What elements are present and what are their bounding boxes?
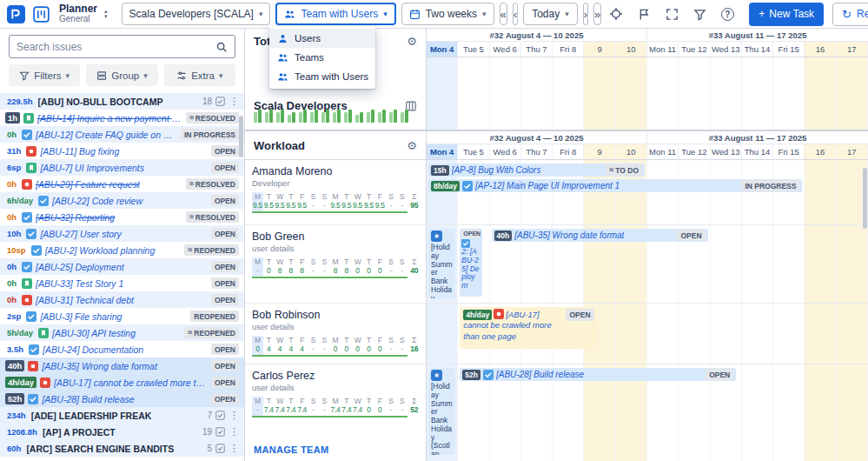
day-letter: F (374, 397, 386, 405)
task-bar[interactable]: 8h/day[AP-12] Main Page UI Improvement 1… (428, 179, 802, 192)
status-badge: OPEN (211, 162, 239, 173)
manage-team-link[interactable]: MANAGE TEAM (245, 438, 426, 461)
menu-item[interactable]: Users (269, 29, 375, 48)
flag-icon[interactable] (634, 4, 653, 23)
issue-row[interactable]: 52h[ABU-28] Build releaseOPEN (0, 391, 244, 407)
nav-first-button[interactable]: « (500, 3, 507, 25)
switcher-chevrons-icon[interactable]: ▴▾ (104, 9, 108, 18)
issue-row[interactable]: 6sp[ABU-7] UI ImprovementsOPEN (0, 159, 244, 176)
day-letter: T (341, 192, 352, 201)
issue-row[interactable]: 6h/day[ABU-22] Code reviewOPEN (0, 192, 244, 209)
project-row-abu[interactable]: 229.5h[ABU] NO-BULL BOOTCAMP18⋮ (0, 93, 244, 110)
kebab-menu-icon[interactable]: ⋮ (229, 443, 239, 454)
kebab-menu-icon[interactable]: ⋮ (229, 96, 239, 107)
menu-item-label: Teams (295, 52, 324, 63)
new-task-button[interactable]: + New Task (749, 3, 824, 26)
issue-row[interactable]: 2sp[ABU-3] File sharingREOPENED (0, 308, 244, 324)
issue-row[interactable]: 0h[ABU-31] Technical debtOPEN (0, 291, 244, 308)
issue-label: [ABU-25] Deployment (36, 262, 208, 272)
day-letter: F (296, 257, 308, 266)
sidebar-button-filters[interactable]: Filters▾ (9, 64, 80, 86)
workload-value: 7.4 (275, 405, 286, 418)
workload-values: -0888--88000--40 (252, 266, 419, 278)
schedule-row: ★[Holiday Summer Bank Holiday (ScotlanOP… (427, 225, 868, 304)
member-role[interactable]: Developer (252, 178, 419, 188)
project-row[interactable]: 234h[ADE] LEADERSHIP FREAK7⋮ (0, 407, 244, 424)
issue-row[interactable]: 10sp[ABU-2] Workload planning≈REOPENED (0, 242, 244, 258)
main-scrollbar[interactable] (863, 168, 867, 229)
workload-value: 0 (374, 405, 386, 418)
task-type-icon (22, 212, 32, 223)
team-member[interactable]: Bob Robinsonuser detailsMTWTFSSMTWTFSSΣ0… (245, 304, 426, 364)
project-selector[interactable]: Scala Developers [SCALA] ▾ (122, 3, 271, 25)
filter-icon[interactable] (690, 4, 709, 23)
help-icon[interactable]: ? (718, 4, 737, 23)
gear-icon[interactable]: ⚙ (407, 35, 417, 48)
issue-row[interactable]: 10h[ABU-27] User storyOPEN (0, 225, 244, 242)
sidebar-button-extra[interactable]: Extra▾ (164, 64, 235, 86)
project-row[interactable]: 60h[ARC] SEARCH ENGINE BANDITS5⋮ (0, 440, 244, 457)
target-icon[interactable] (606, 4, 626, 23)
kebab-menu-icon[interactable]: ⋮ (229, 410, 239, 421)
gear-icon[interactable]: ⚙ (407, 139, 417, 152)
holiday-entry[interactable]: ★[Holiday Summer Bank Holiday (Scotlan (428, 368, 455, 455)
team-member[interactable]: Bob Greenuser detailsMTWTFSSMTWTFSSΣ-088… (245, 225, 426, 304)
task-bar[interactable]: 40h[ABU-35] Wrong date formatOPEN (492, 229, 708, 242)
member-role[interactable]: user details (252, 244, 419, 253)
sidebar-button-group[interactable]: Group▾ (86, 64, 157, 86)
issue-row[interactable]: 0h[ABU-25] DeploymentOPEN (0, 258, 244, 275)
app-logo-icon[interactable] (7, 5, 25, 23)
sidebar-scrollbar[interactable] (239, 116, 243, 157)
day-letter: F (374, 257, 386, 266)
zoom-range-selector[interactable]: Two weeks ▾ (401, 3, 494, 25)
issue-row[interactable]: 0h[ABU-29] Feature request≈RESOLVED (0, 176, 244, 192)
search-icon[interactable] (215, 41, 228, 53)
issue-row[interactable]: 40h[ABU-35] Wrong date formatOPEN (0, 357, 244, 374)
issue-row[interactable]: 0h[ABU-12] Create FAQ guide on how ...IN… (0, 126, 244, 143)
checkbox-icon[interactable] (215, 97, 226, 107)
team-member[interactable]: Amanda MorenoDeveloperMTWTFSSMTWTFSSΣ9.5… (245, 160, 426, 225)
today-button[interactable]: Today ▾ (523, 3, 578, 25)
view-mode-selector[interactable]: Team with Users ▾ (275, 3, 395, 25)
task-bar[interactable]: 15h[AP-8] Bug With Colors≈TO DO (428, 164, 645, 177)
task-label: [AP-12] Main Page UI Improvement 1 (475, 181, 620, 190)
status-badge: OPEN (677, 230, 705, 241)
team-member[interactable]: Carlos Perezuser detailsMTWTFSSMTWTFSSΣ-… (245, 364, 426, 438)
estimate-badge: 1h (5, 112, 20, 124)
issue-row[interactable]: 5h/day[ABU-30] API testing≈REOPENED (0, 324, 244, 341)
issue-row[interactable]: 0h[ABU-33] Test Story 1OPEN (0, 275, 244, 291)
refresh-button[interactable]: ↻ Refresh (832, 3, 868, 26)
task-type-icon (483, 370, 494, 380)
capacity-bar (333, 112, 336, 123)
day-header-cell: Mon 11 (647, 42, 679, 57)
planner-board-icon[interactable] (32, 5, 50, 23)
nav-last-button[interactable]: » (593, 3, 601, 25)
holiday-entry[interactable]: ★[Holiday Summer Bank Holiday (Scotlan (428, 229, 455, 298)
checkbox-icon[interactable] (215, 444, 226, 454)
menu-item[interactable]: Teams (269, 48, 375, 67)
issue-row[interactable]: 4h/day[ABU-17] cannot be crawled more th… (0, 374, 244, 391)
issue-row[interactable]: 3.5h[ABU-24] DocumentationOPEN (0, 341, 244, 357)
member-role[interactable]: user details (252, 322, 419, 331)
search-input[interactable] (17, 41, 210, 53)
project-selector-value: Scala Developers [SCALA] (129, 8, 254, 20)
schedule-row: 15h[AP-8] Bug With Colors≈TO DO8h/day[AP… (427, 160, 868, 225)
task-block[interactable]: OPEN4h/day[ABU-17] cannot be crawled mor… (460, 307, 597, 349)
task-card[interactable]: OPEN2: [ABU-25] Deploym (460, 229, 482, 297)
issue-row[interactable]: 0h[ABU-32] Reporting≈RESOLVED (0, 209, 244, 225)
nav-next-button[interactable]: › (583, 3, 588, 25)
member-role[interactable]: user details (252, 383, 419, 392)
issue-row[interactable]: 31h[ABU-11] Bug fixingOPEN (0, 143, 244, 159)
status-label: OPEN (215, 279, 235, 288)
nav-prev-button[interactable]: ‹ (513, 3, 518, 25)
fullscreen-icon[interactable] (662, 4, 681, 23)
project-row[interactable]: 1208.8h[AP] A PROJECT19⋮ (0, 424, 244, 440)
issue-row[interactable]: 1h[ABU-14] Inquire a new payment system … (0, 110, 244, 126)
menu-item[interactable]: Team with Users (269, 67, 375, 86)
checkbox-icon[interactable] (215, 411, 226, 421)
checkbox-icon[interactable] (215, 427, 226, 438)
task-bar[interactable]: 52h[ABU-28] Build releaseOPEN (460, 368, 736, 381)
kebab-menu-icon[interactable]: ⋮ (229, 426, 239, 438)
capacity-bar (310, 112, 314, 123)
body: Filters▾Group▾Extra▾ 229.5h[ABU] NO-BULL… (0, 29, 868, 461)
